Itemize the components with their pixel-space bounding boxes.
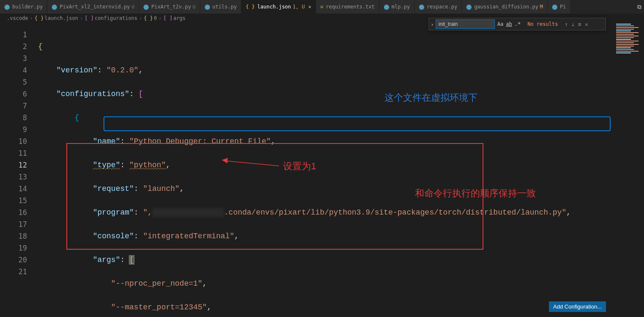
chevron-right-icon[interactable]: › [429, 21, 436, 28]
tab-label: launch.json [257, 4, 291, 10]
breadcrumb-folder: .vscode [7, 15, 28, 21]
match-case-icon[interactable]: Aa [497, 21, 503, 27]
tab-label: utils.py [213, 4, 237, 10]
python-icon: ⬤ [205, 4, 210, 10]
tab-problems-count: 1, U [293, 4, 305, 10]
breadcrumb-file: launch.json [45, 15, 78, 21]
tab-respace[interactable]: ⬤ respace.py [415, 0, 462, 14]
tab-pixart-t2v[interactable]: ⬤ PixArt_t2v.py U [139, 0, 200, 14]
tab-label: gaussian_diffusion.py [474, 4, 538, 10]
editor-area[interactable]: 1 2 3 4 5 6 7 8 9 10 11 12 13 14 15 16 1… [0, 23, 644, 317]
tab-requirements[interactable]: ≡ requirements.txt [316, 0, 379, 14]
python-icon: ⬤ [4, 4, 10, 10]
python-icon: ⬤ [143, 4, 149, 10]
tab-pixart-xl2[interactable]: ⬤ PixArt_xl2_internvid.py U [47, 0, 139, 14]
python-icon: ⬤ [52, 4, 57, 10]
add-configuration-button[interactable]: Add Configuration... [549, 301, 606, 312]
tab-label: PixArt_xl2_internvid.py [60, 4, 130, 10]
regex-icon[interactable]: .* [515, 21, 521, 27]
tab-builder[interactable]: ⬤ builder.py [0, 0, 47, 14]
txt-icon: ≡ [320, 4, 323, 10]
breadcrumb-item: configurations [95, 15, 137, 21]
object-icon: { } [144, 15, 153, 21]
tab-mlp[interactable]: ⬤ mlp.py [379, 0, 415, 14]
tab-modified-m: M [540, 4, 543, 10]
search-input[interactable] [436, 19, 495, 29]
tab-modified-u: U [131, 4, 134, 10]
breadcrumb-item: 0 [154, 15, 157, 21]
tab-label: requirements.txt [326, 4, 375, 10]
array-icon: [ ] [85, 15, 94, 21]
prev-match-icon[interactable]: ↑ [564, 21, 569, 28]
tab-label: mlp.py [392, 4, 410, 10]
next-match-icon[interactable]: ↓ [570, 21, 576, 28]
chevron-right-icon: › [80, 15, 83, 21]
close-icon[interactable]: ✕ [308, 4, 311, 10]
json-icon: { } [35, 15, 44, 21]
array-icon: [ ] [163, 15, 172, 21]
tab-modified-u: U [193, 4, 196, 10]
breadcrumb-item: args [173, 15, 186, 21]
editor-tabs: ⬤ builder.py ⬤ PixArt_xl2_internvid.py U… [0, 0, 644, 14]
tab-label: PixArt_t2v.py [151, 4, 191, 10]
python-icon: ⬤ [466, 4, 472, 10]
tab-gaussian-diffusion[interactable]: ⬤ gaussian_diffusion.py M [462, 0, 548, 14]
minimap[interactable] [614, 23, 644, 65]
chevron-right-icon: › [30, 15, 33, 21]
censored-path [152, 208, 224, 217]
tab-label: builder.py [12, 4, 43, 10]
compare-icon[interactable]: ⧉ [637, 3, 641, 11]
python-icon: ⬤ [419, 4, 424, 10]
find-in-selection-icon[interactable]: ≡ [577, 21, 582, 28]
find-widget: › Aa ab .* No results ↑ ↓ ≡ ✕ [428, 18, 606, 30]
chevron-right-icon: › [158, 15, 161, 21]
tab-pi-overflow[interactable]: ⬤ Pi [548, 0, 570, 14]
tab-actions: ⧉ [637, 0, 641, 14]
line-gutter: 1 2 3 4 5 6 7 8 9 10 11 12 13 14 15 16 1… [0, 23, 38, 317]
find-results: No results [523, 21, 562, 27]
code-content[interactable]: { "version": "0.2.0", "configurations": … [38, 23, 644, 317]
tab-launch-json[interactable]: { } launch.json 1, U ✕ [241, 0, 316, 14]
python-icon: ⬤ [384, 4, 389, 10]
tab-label: respace.py [427, 4, 457, 10]
json-icon: { } [246, 4, 255, 10]
python-icon: ⬤ [552, 4, 557, 10]
tab-utils[interactable]: ⬤ utils.py [200, 0, 242, 14]
chevron-right-icon: › [139, 15, 142, 21]
tab-label: Pi [560, 4, 566, 10]
match-word-icon[interactable]: ab [506, 21, 512, 27]
close-icon[interactable]: ✕ [584, 21, 589, 28]
